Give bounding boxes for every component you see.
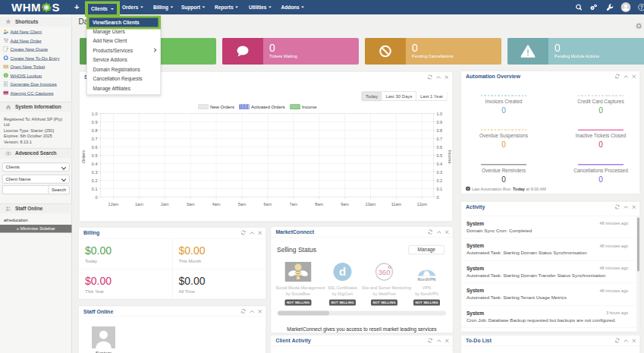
svg-text:Orders: Orders — [81, 150, 86, 163]
svg-text:8am: 8am — [315, 202, 323, 206]
svg-text:0.7: 0.7 — [437, 137, 443, 141]
svg-text:0.6: 0.6 — [437, 145, 443, 150]
svg-text:360: 360 — [379, 268, 391, 276]
svg-text:12pm: 12pm — [416, 202, 427, 206]
svg-text:?: ? — [640, 5, 643, 10]
svg-text:0.8: 0.8 — [437, 128, 443, 133]
svg-text:0.3: 0.3 — [92, 170, 98, 175]
svg-text:0.4: 0.4 — [437, 162, 443, 166]
svg-text:0.9: 0.9 — [92, 120, 98, 124]
svg-text:7am: 7am — [289, 202, 297, 206]
svg-text:0.7: 0.7 — [92, 137, 98, 141]
svg-text:6am: 6am — [264, 202, 272, 206]
svg-text:2am: 2am — [161, 202, 169, 206]
svg-text:3am: 3am — [187, 202, 195, 206]
svg-text:0.1: 0.1 — [437, 187, 443, 191]
svg-text:0.2: 0.2 — [437, 178, 443, 183]
svg-text:0.4: 0.4 — [92, 162, 98, 166]
svg-text:9am: 9am — [341, 202, 349, 206]
svg-text:11am: 11am — [391, 202, 402, 206]
svg-text:0: 0 — [95, 195, 97, 200]
svg-text:0.5: 0.5 — [92, 153, 98, 158]
svg-text:1.0: 1.0 — [92, 112, 98, 116]
svg-text:0.2: 0.2 — [92, 178, 98, 183]
svg-text:12am: 12am — [108, 202, 119, 206]
svg-text:4am: 4am — [212, 202, 221, 206]
svg-text:1am: 1am — [135, 202, 143, 206]
svg-text:0: 0 — [437, 195, 439, 200]
svg-text:0.3: 0.3 — [437, 170, 443, 175]
svg-text:1.0: 1.0 — [437, 112, 443, 116]
svg-text:d: d — [339, 265, 346, 278]
svg-text:0.8: 0.8 — [92, 128, 98, 133]
svg-text:10am: 10am — [366, 202, 376, 206]
svg-text:0.1: 0.1 — [92, 187, 98, 191]
svg-text:Income: Income — [448, 150, 452, 163]
svg-text:0.9: 0.9 — [437, 120, 443, 124]
svg-text:5am: 5am — [238, 202, 247, 206]
svg-text:0.6: 0.6 — [92, 145, 98, 150]
svg-text:NordVPN: NordVPN — [417, 277, 435, 282]
svg-text:0.5: 0.5 — [437, 153, 443, 158]
